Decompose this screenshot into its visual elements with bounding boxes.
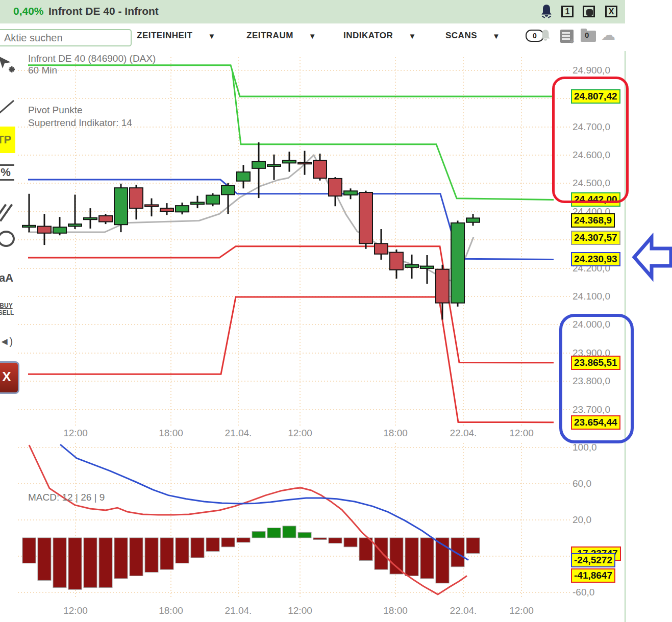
candle-body [436,269,449,303]
candle-body [237,172,250,181]
audio-alert-tool[interactable]: ◄) [0,336,16,347]
buy-sell-tool[interactable]: BUY SELL [0,302,16,316]
candle-body [359,192,372,243]
candle-body [405,265,418,267]
close-chart-button[interactable]: X [0,361,19,394]
macd-histogram-bar [99,538,112,588]
parallel-lines-icon [0,204,13,221]
candle-body [375,243,388,254]
macd-histogram-bar [267,528,281,538]
macd-histogram-bar [451,538,464,567]
parallel-channel-tool[interactable] [0,202,16,225]
fibonacci-percent-tool[interactable]: % [0,164,14,181]
macd-histogram-bar [22,538,36,563]
candle-body [191,202,204,204]
text-tool[interactable]: aA [0,271,16,285]
candle-body [267,165,281,166]
macd-histogram-bar [420,538,434,579]
macd-histogram-bar [206,538,219,552]
candle-body [114,188,128,225]
candle-body [99,216,112,222]
candle-body [145,205,158,206]
pivot-red-upper [28,246,554,363]
macd-histogram-bar [176,538,189,563]
trendline-tool[interactable] [0,99,16,117]
macd-histogram-bar [298,532,311,538]
candle-body [344,191,357,195]
buy-label: BUY [0,302,16,309]
drawing-tool-sidebar: TP % aA BUY SELL ◄) X [0,51,17,622]
pointer-move-icon [0,55,15,76]
candle-body [68,224,82,226]
candle-body [38,227,51,233]
chart-interval: 60 Min [28,65,57,76]
take-profit-tool[interactable]: TP [0,127,15,153]
candle-body [206,195,219,204]
sell-label: SELL [0,309,16,316]
candle-body [22,226,36,227]
candle-body [298,162,311,164]
macd-histogram-bar [160,538,173,569]
pivot-red-lower [28,297,554,422]
macd-histogram-bar [283,526,296,538]
macd-histogram-bar [53,538,66,588]
macd-histogram-bar [38,538,51,580]
ellipse-icon [0,231,15,247]
macd-histogram-bar [84,538,97,588]
axis-separator-line [625,51,626,622]
candle-body [451,223,464,303]
macd-histogram-bar [313,538,327,540]
candle-body [390,253,403,270]
macd-histogram-bar [390,538,403,574]
macd-histogram-bar [466,538,480,554]
candle-body [53,227,66,233]
macd-histogram-bar [405,538,418,576]
candle-body [84,218,97,219]
candle-body [160,208,173,211]
indicator-supertrend-label: Supertrend Indikator: 14 [28,117,132,129]
macd-histogram-bar [329,538,342,543]
candle-body [313,160,327,178]
macd-histogram-bar [68,538,82,589]
macd-histogram-bar [359,538,372,560]
candle-body [329,179,342,196]
candle-body [420,266,434,268]
macd-histogram-bar [375,538,388,569]
macd-histogram-bar [237,538,250,542]
pointer-move-tool[interactable] [0,55,16,78]
macd-histogram-bar [114,538,128,579]
macd-histogram-bar [145,538,158,573]
macd-histogram-bar [252,532,265,538]
macd-histogram-bar [191,538,204,558]
chart-canvas [0,0,672,622]
candle-body [176,206,189,212]
macd-histogram-bar [130,538,143,576]
candle-body [221,186,235,195]
instrument-title: Infront DE 40 (846900) (DAX) [28,53,156,64]
macd-histogram-bar [344,538,357,547]
trendline-icon [0,99,15,115]
macd-histogram-bar [221,538,235,547]
indicator-pivot-label: Pivot Punkte [28,105,83,116]
candle-body [283,160,296,163]
ellipse-tool[interactable] [0,231,16,247]
candle-body [252,162,265,168]
candle-body [130,188,143,208]
macd-params-label: MACD: 12 | 26 | 9 [28,492,105,503]
candle-body [466,218,480,222]
